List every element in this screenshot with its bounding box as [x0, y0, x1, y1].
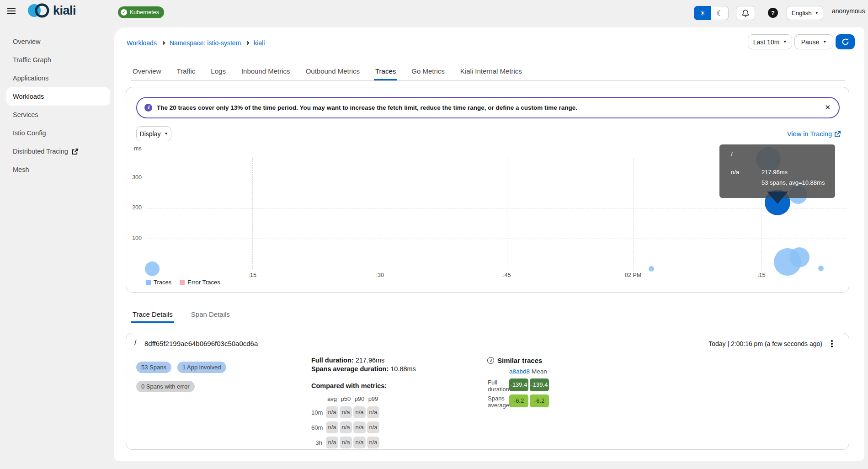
- refresh-interval-label: Pause: [801, 38, 820, 46]
- similar-cell: -6.2: [509, 394, 528, 407]
- full-duration-line: Full duration: 217.96ms: [311, 357, 384, 364]
- legend-swatch: [180, 280, 185, 285]
- trace-bubble[interactable]: [789, 247, 809, 267]
- trace-bubble[interactable]: [649, 266, 654, 272]
- menu-toggle-icon[interactable]: [7, 6, 19, 16]
- trace-tooltip: / n/a 217.96ms 53 spans, avg=10.88ms: [719, 144, 835, 198]
- tab-inbound-metrics[interactable]: Inbound Metrics: [240, 63, 292, 80]
- kebab-menu-icon[interactable]: [828, 339, 836, 348]
- compared-heading: Compared with metrics:: [311, 382, 387, 389]
- y-axis-line: [146, 158, 146, 269]
- language-dropdown[interactable]: English ▼: [787, 6, 823, 20]
- chevron-down-icon: ▼: [783, 40, 787, 44]
- x-tick-label: :30: [365, 272, 394, 278]
- sidebar-item-overview[interactable]: Overview: [0, 32, 117, 51]
- breadcrumb-link-workloads[interactable]: Workloads: [127, 39, 157, 47]
- x-tick-label: 02 PM: [618, 272, 648, 278]
- metrics-col-header: p99: [367, 395, 379, 403]
- display-label: Display: [140, 130, 161, 138]
- content-panel: WorkloadsNamespace: istio-systemkiali La…: [114, 27, 864, 461]
- trace-id: 8dff65f2199ae64b0696f03c50a0cd6a: [144, 340, 258, 347]
- metrics-cell: n/a: [367, 406, 379, 418]
- trace-details-card: / 8dff65f2199ae64b0696f03c50a0cd6a Today…: [126, 333, 849, 450]
- tab-traces[interactable]: Traces: [374, 63, 397, 80]
- sidebar-item-label: Istio Config: [13, 124, 46, 142]
- similar-traces-title: Similar traces: [497, 357, 542, 364]
- sidebar-item-istio-config[interactable]: Istio Config: [0, 124, 117, 142]
- user-name: anonymous: [832, 7, 865, 15]
- trace-bubble[interactable]: [145, 261, 160, 276]
- theme-toggle: ☀ ☾: [694, 6, 729, 20]
- compared-metrics-table: avgp50p90p9910mn/an/an/an/a60mn/an/an/an…: [311, 395, 379, 448]
- legend-item-traces[interactable]: Traces: [146, 279, 171, 286]
- similar-row-label: Full duration: [488, 378, 508, 393]
- legend-item-error-traces[interactable]: Error Traces: [180, 279, 220, 286]
- metrics-cell: n/a: [326, 437, 338, 448]
- x-tick-label: :45: [492, 272, 522, 278]
- gridline-vertical: [380, 158, 380, 269]
- sidebar-item-services[interactable]: Services: [0, 106, 117, 124]
- metrics-col-header: p50: [340, 395, 352, 403]
- refresh-icon: [841, 38, 849, 46]
- tab-logs[interactable]: Logs: [209, 63, 227, 80]
- badge-1-app-involved: 1 App involved: [177, 362, 226, 373]
- check-circle-icon: ✓: [121, 9, 127, 16]
- refresh-interval-dropdown[interactable]: Pause ▼: [794, 34, 833, 49]
- notifications-button[interactable]: [736, 6, 755, 20]
- breadcrumb-link-kiali[interactable]: kiali: [254, 39, 265, 47]
- sidebar-item-distributed-tracing[interactable]: Distributed Tracing: [0, 142, 117, 160]
- breadcrumb-link-namespace-istio-system[interactable]: Namespace: istio-system: [170, 39, 241, 47]
- refresh-button[interactable]: [836, 34, 855, 49]
- view-in-tracing-link[interactable]: View in Tracing: [787, 130, 841, 138]
- display-dropdown[interactable]: Display ▼: [136, 126, 171, 141]
- time-range-dropdown[interactable]: Last 10m ▼: [748, 34, 792, 49]
- spans-avg-value: 10.88ms: [390, 365, 416, 373]
- question-icon: ?: [771, 10, 775, 16]
- workload-tabs: OverviewTrafficLogsInbound MetricsOutbou…: [131, 63, 845, 81]
- trace-bubble[interactable]: [818, 266, 824, 271]
- sun-icon: ☀: [699, 9, 705, 17]
- sidebar-item-mesh[interactable]: Mesh: [0, 160, 117, 179]
- trace-detail-tabs: Trace DetailsSpan Details: [131, 307, 845, 323]
- similar-cell: -139.4: [530, 378, 549, 391]
- kiali-logo: kiali: [27, 2, 76, 19]
- sidebar-item-traffic-graph[interactable]: Traffic Graph: [0, 51, 117, 69]
- dark-theme-button[interactable]: ☾: [711, 6, 729, 20]
- metrics-cell: n/a: [353, 406, 366, 418]
- sidebar-item-label: Distributed Tracing: [13, 142, 68, 160]
- help-button[interactable]: ?: [768, 8, 778, 18]
- sidebar-item-applications[interactable]: Applications: [0, 69, 117, 87]
- y-tick-label: 100: [127, 235, 142, 241]
- badge-53-spans: 53 Spans: [136, 362, 171, 373]
- gridline-vertical: [633, 158, 634, 269]
- info-alert: i The 20 traces cover only 13% of the ti…: [136, 97, 840, 118]
- close-icon[interactable]: ✕: [825, 103, 831, 112]
- language-label: English: [791, 10, 811, 16]
- cluster-badge: ✓ Kubernetes: [118, 6, 164, 18]
- tab-kiali-internal-metrics[interactable]: Kiali Internal Metrics: [459, 63, 523, 80]
- tab-traffic[interactable]: Traffic: [176, 63, 197, 80]
- masthead: kiali ✓ Kubernetes ☀ ☾ ? English ▼ anony…: [0, 0, 868, 21]
- bell-icon: [742, 9, 749, 17]
- x-axis-line: [146, 269, 847, 269]
- tab-outbound-metrics[interactable]: Outbound Metrics: [304, 63, 361, 80]
- legend-label: Traces: [154, 279, 171, 286]
- trace-prefix: /: [134, 339, 136, 347]
- metrics-cell: n/a: [340, 437, 352, 448]
- x-tick-label: :15: [238, 272, 267, 278]
- info-outline-icon: i: [487, 357, 494, 364]
- tab-trace-details[interactable]: Trace Details: [131, 307, 174, 323]
- sidebar-item-workloads[interactable]: Workloads: [6, 87, 110, 106]
- gridline-vertical: [507, 158, 507, 269]
- light-theme-button[interactable]: ☀: [694, 6, 711, 20]
- similar-col-header: Mean: [530, 367, 549, 377]
- sidebar-item-label: Workloads: [13, 87, 44, 106]
- sidebar-item-label: Overview: [13, 32, 40, 51]
- tab-overview[interactable]: Overview: [131, 63, 163, 80]
- trace-timestamp: Today | 2:00:16 pm (a few seconds ago): [708, 340, 822, 347]
- tab-span-details[interactable]: Span Details: [190, 307, 231, 323]
- gridline-horizontal: [146, 208, 847, 208]
- similar-trace-link[interactable]: a8abd8: [509, 367, 528, 377]
- metrics-col-header: avg: [326, 395, 338, 403]
- tab-go-metrics[interactable]: Go Metrics: [410, 63, 446, 80]
